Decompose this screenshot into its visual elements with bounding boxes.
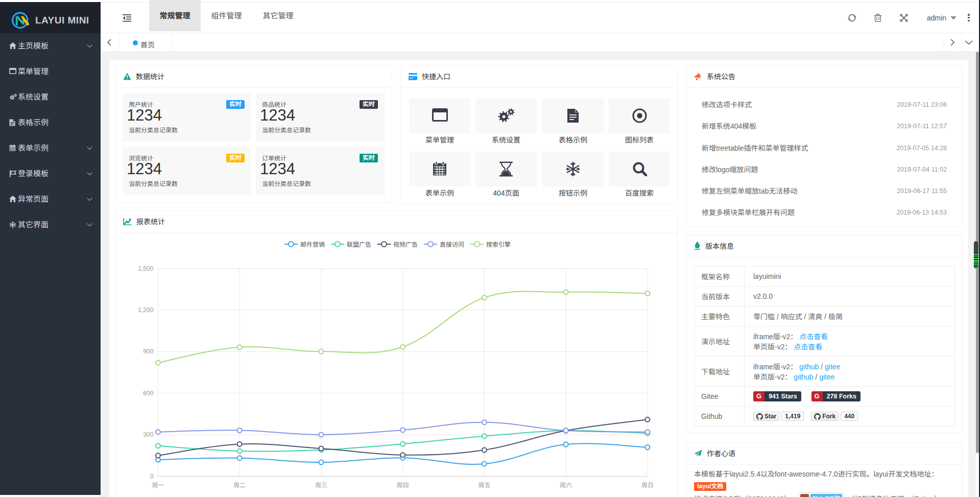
svg-text:1,500: 1,500 bbox=[138, 265, 153, 272]
svg-text:视频广告: 视频广告 bbox=[393, 241, 418, 248]
svg-text:联盟广告: 联盟广告 bbox=[347, 241, 371, 248]
svg-text:0: 0 bbox=[150, 473, 154, 480]
svg-text:周五: 周五 bbox=[478, 482, 490, 489]
svg-text:周六: 周六 bbox=[560, 482, 572, 489]
svg-text:900: 900 bbox=[143, 348, 153, 355]
svg-text:1,200: 1,200 bbox=[138, 306, 153, 314]
svg-text:周日: 周日 bbox=[641, 482, 654, 489]
svg-text:周二: 周二 bbox=[233, 482, 246, 489]
svg-text:周四: 周四 bbox=[397, 482, 409, 489]
svg-text:邮件营销: 邮件营销 bbox=[300, 241, 325, 248]
svg-text:300: 300 bbox=[143, 431, 153, 438]
svg-text:600: 600 bbox=[143, 390, 153, 397]
svg-text:周三: 周三 bbox=[315, 482, 327, 489]
svg-text:搜索引擎: 搜索引擎 bbox=[486, 241, 511, 248]
svg-text:周一: 周一 bbox=[152, 482, 164, 489]
svg-text:直接访问: 直接访问 bbox=[440, 241, 464, 248]
